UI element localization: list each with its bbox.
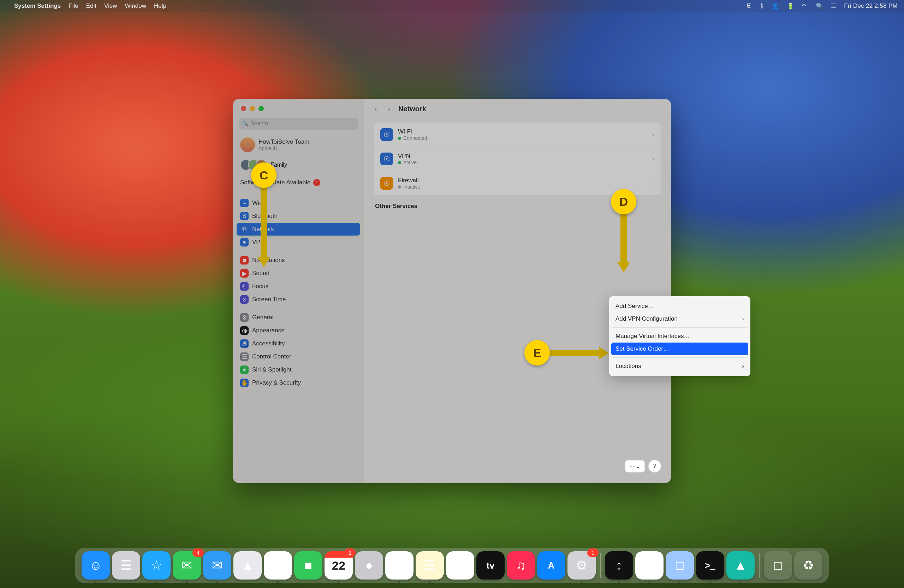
dock-calendar-icon[interactable]: 221 — [324, 551, 353, 580]
running-indicator-icon — [581, 581, 583, 583]
dock-launchpad-icon[interactable]: ☰ — [112, 551, 140, 580]
menu-view[interactable]: View — [104, 3, 117, 9]
menu-item-locations[interactable]: Locations› — [609, 360, 751, 373]
zoom-button[interactable] — [259, 106, 264, 111]
sidebar-item-network[interactable]: ⧉Network — [237, 223, 360, 236]
service-status: Connected — [398, 135, 427, 141]
callout-c: C — [251, 163, 277, 188]
dock-badge: 1 — [587, 548, 599, 557]
service-title: VPN — [398, 153, 417, 160]
menu-file[interactable]: File — [68, 3, 78, 9]
running-indicator-icon — [618, 581, 620, 583]
help-label: ? — [653, 463, 656, 469]
running-indicator-icon — [156, 581, 158, 583]
dock-notes-icon[interactable]: ☰ — [416, 551, 444, 580]
service-row-vpn[interactable]: ⦿VPNActive› — [374, 147, 661, 171]
dock-settings-icon[interactable]: ⚙1 — [567, 551, 596, 580]
status-wifi-icon[interactable]: ᯤ — [802, 3, 808, 9]
dock-preview-icon[interactable]: □ — [665, 551, 694, 580]
sidebar-item-focus[interactable]: ☾Focus — [237, 280, 360, 293]
sidebar-item-screen-time[interactable]: ⧖Screen Time — [237, 293, 360, 306]
status-vpn-icon[interactable]: ⛨ — [746, 3, 752, 9]
dock-maps-icon[interactable]: ▲ — [234, 551, 262, 580]
menu-item-add-vpn-configuration[interactable]: Add VPN Configuration› — [609, 313, 751, 325]
software-update-badge: 1 — [313, 179, 320, 186]
dock-freeform-icon[interactable]: ∿ — [446, 551, 474, 580]
dock-contacts-icon[interactable]: ● — [355, 551, 383, 580]
status-user-icon[interactable]: 👤 — [771, 3, 779, 10]
running-indicator-icon — [649, 581, 650, 583]
window-controls — [233, 99, 364, 115]
firewall-icon: ⦿ — [380, 177, 393, 190]
callout-e-label: E — [525, 340, 550, 365]
dock-music-icon[interactable]: ♫ — [507, 551, 535, 580]
status-battery-icon[interactable]: 🔋 — [787, 3, 794, 10]
sidebar-item-notifications[interactable]: ■Notifications — [237, 254, 360, 267]
dock-badge: 4 — [193, 548, 204, 557]
search-field[interactable]: 🔍 Search — [239, 118, 358, 130]
forward-button[interactable]: › — [385, 104, 394, 113]
menu-clock[interactable]: Fri Dec 22 2:58 PM — [844, 3, 898, 9]
menu-help[interactable]: Help — [154, 3, 166, 9]
dock-badge: 1 — [344, 548, 356, 557]
dock-appstore-icon[interactable]: A — [537, 551, 565, 580]
menu-item-label: Add VPN Configuration — [615, 315, 678, 322]
dock-trash-icon[interactable]: ♻ — [794, 551, 822, 580]
sidebar-item-control-center[interactable]: ☰Control Center — [237, 350, 360, 363]
focus-icon: ☾ — [240, 282, 248, 291]
apple-id-row[interactable]: HowToiSolve Team Apple ID — [237, 134, 360, 155]
privacy-security-icon: ✋ — [240, 379, 248, 387]
dock-activity-icon[interactable]: ↕ — [605, 551, 633, 580]
dock-surfshark-icon[interactable]: ▲ — [726, 551, 755, 580]
sidebar-item-appearance[interactable]: ◑Appearance — [237, 324, 360, 337]
menu-window[interactable]: Window — [125, 3, 146, 9]
chevron-right-icon: › — [742, 363, 744, 370]
dock-downloads-icon[interactable]: □ — [764, 551, 792, 580]
dock-mail-icon[interactable]: ✉ — [203, 551, 231, 580]
menu-item-add-service[interactable]: Add Service… — [609, 300, 751, 313]
dock-chrome-icon[interactable]: ● — [635, 551, 664, 580]
app-name[interactable]: System Settings — [14, 3, 61, 9]
dock-terminal-icon[interactable]: >_ — [696, 551, 724, 580]
menu-item-label: Manage Virtual Interfaces… — [615, 333, 690, 340]
search-icon: 🔍 — [242, 121, 248, 126]
help-button[interactable]: ? — [648, 460, 661, 473]
service-title: Firewall — [398, 177, 420, 184]
sidebar-item-privacy-security[interactable]: ✋Privacy & Security — [237, 376, 360, 389]
minimize-button[interactable] — [250, 106, 255, 111]
page-title: Network — [398, 105, 426, 113]
service-title: Wi-Fi — [398, 128, 427, 135]
dock-reminders-icon[interactable]: ☰ — [385, 551, 414, 580]
dock-messages-icon[interactable]: ✉4 — [173, 551, 201, 580]
sidebar-item-sound[interactable]: ▶Sound — [237, 267, 360, 280]
menu-item-set-service-order[interactable]: Set Service Order… — [611, 343, 748, 355]
sidebar-item-accessibility[interactable]: ♿Accessibility — [237, 337, 360, 350]
chevron-right-icon: › — [742, 315, 744, 322]
dock-facetime-icon[interactable]: ■ — [294, 551, 322, 580]
dock-finder-icon[interactable]: ☺ — [82, 551, 110, 580]
back-button[interactable]: ‹ — [371, 104, 380, 113]
service-row-wi-fi[interactable]: ⦿Wi-FiConnected› — [374, 123, 661, 147]
status-bluetooth-icon[interactable]: ᛒ — [760, 3, 764, 9]
menu-item-manage-virtual-interfaces[interactable]: Manage Virtual Interfaces… — [609, 330, 751, 343]
general-icon: ⚙ — [240, 313, 248, 322]
callout-e-arrow-shaft — [550, 350, 600, 356]
close-button[interactable] — [241, 106, 246, 111]
running-indicator-icon — [429, 581, 431, 583]
avatar — [240, 138, 255, 152]
running-indicator-icon — [95, 581, 97, 583]
dock-safari-icon[interactable]: ☆ — [142, 551, 171, 580]
dock-tv-icon[interactable]: tv — [476, 551, 505, 580]
sidebar-item-vpn[interactable]: ●VPN — [237, 236, 360, 249]
sidebar-item-bluetooth[interactable]: BBluetooth — [237, 210, 360, 223]
sidebar-item-wi-fi[interactable]: ⌁Wi-Fi — [237, 197, 360, 209]
service-status: Active — [398, 160, 417, 165]
dock-photos-icon[interactable]: ✿ — [264, 551, 292, 580]
menu-edit[interactable]: Edit — [86, 3, 96, 9]
sidebar-item-siri-spotlight[interactable]: ●Siri & Spotlight — [237, 364, 360, 376]
status-spotlight-icon[interactable]: 🔍 — [816, 3, 823, 10]
more-actions-button[interactable]: ··· ⌄ — [625, 460, 645, 473]
status-control-center-icon[interactable]: ☰ — [831, 3, 836, 10]
sidebar-item-general[interactable]: ⚙General — [237, 311, 360, 324]
callout-d-arrow-head — [617, 262, 630, 272]
